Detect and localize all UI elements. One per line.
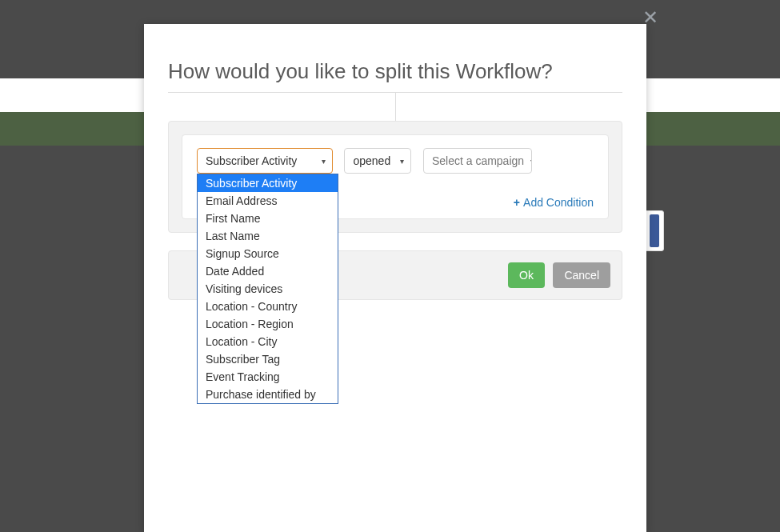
conditions-panel: Subscriber Activity ▾ Subscriber Activit… [168,121,622,233]
field-select-dropdown: Subscriber Activity Email Address First … [197,174,338,404]
operator-select[interactable]: opened ▾ [344,148,411,174]
dropdown-option[interactable]: Location - Region [198,315,338,333]
chevron-down-icon: ▾ [322,157,326,166]
campaign-select-placeholder: Select a campaign [432,154,524,167]
dropdown-option[interactable]: Subscriber Tag [198,350,338,368]
dropdown-option[interactable]: Signup Source [198,245,338,262]
operator-select-value: opened [353,154,390,167]
dropdown-option[interactable]: Location - City [198,333,338,350]
dropdown-option[interactable]: Purchase identified by [198,386,338,403]
dropdown-option[interactable]: Date Added [198,262,338,280]
field-select[interactable]: Subscriber Activity ▾ Subscriber Activit… [197,148,333,174]
dropdown-option[interactable]: Last Name [198,227,338,245]
ok-button[interactable]: Ok [508,262,545,288]
title-divider [168,92,622,121]
dropdown-option[interactable]: Email Address [198,192,338,210]
dropdown-option[interactable]: Visiting devices [198,280,338,298]
chevron-down-icon: ▾ [400,157,404,166]
split-workflow-modal: How would you like to split this Workflo… [144,24,646,532]
modal-title: How would you like to split this Workflo… [168,24,622,92]
dropdown-option[interactable]: Location - Country [198,298,338,315]
add-condition-label: Add Condition [523,196,594,209]
dropdown-option[interactable]: First Name [198,210,338,227]
dropdown-option[interactable]: Subscriber Activity [198,174,338,192]
plus-icon: + [514,196,520,209]
condition-row: Subscriber Activity ▾ Subscriber Activit… [182,134,609,219]
cancel-button[interactable]: Cancel [553,262,610,288]
chevron-down-icon: ▾ [530,157,532,166]
field-select-value: Subscriber Activity [206,154,297,167]
background-panel-snippet-color [650,214,659,247]
campaign-select[interactable]: Select a campaign ▾ [423,148,532,174]
dropdown-option[interactable]: Event Tracking [198,368,338,386]
add-condition-link[interactable]: +Add Condition [514,196,594,209]
